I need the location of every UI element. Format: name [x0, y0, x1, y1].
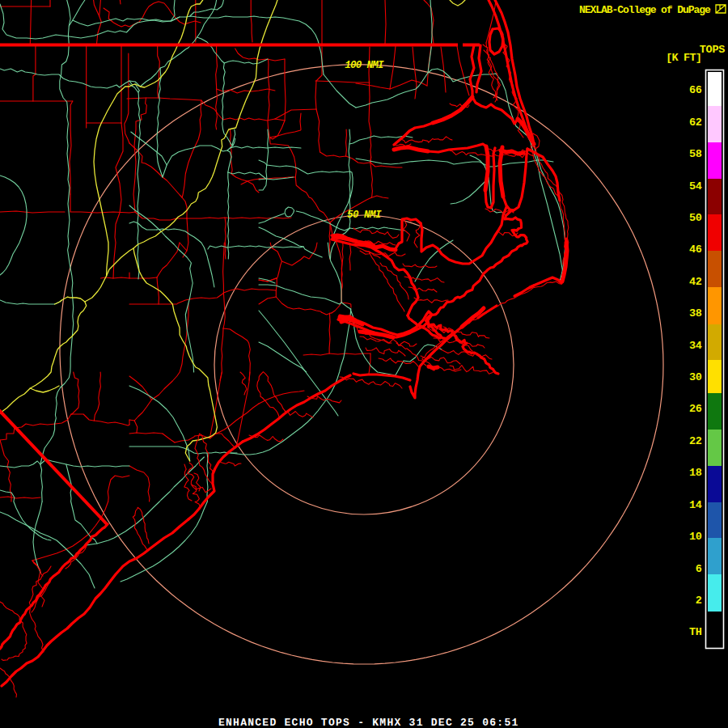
svg-text:6: 6 [696, 563, 702, 575]
svg-text:50 NMI: 50 NMI [347, 210, 382, 221]
svg-text:46: 46 [689, 243, 702, 256]
svg-text:62: 62 [689, 116, 702, 129]
svg-text:34: 34 [689, 340, 702, 352]
svg-text:14: 14 [689, 499, 702, 511]
svg-text:30: 30 [689, 371, 702, 383]
svg-text:10: 10 [689, 531, 702, 543]
svg-text:58: 58 [689, 148, 702, 160]
svg-text:22: 22 [689, 435, 702, 447]
svg-text:66: 66 [689, 84, 702, 96]
svg-text:TOPS: TOPS [700, 44, 725, 56]
svg-text:ENHANCED ECHO TOPS - KMHX 31 D: ENHANCED ECHO TOPS - KMHX 31 DEC 25 06:5… [218, 717, 519, 728]
svg-text:NEXLAB-College of DuPage: NEXLAB-College of DuPage [579, 4, 711, 16]
svg-text:50: 50 [689, 212, 702, 224]
svg-text:[K FT]: [K FT] [666, 52, 701, 64]
svg-text:2: 2 [696, 595, 702, 607]
svg-text:26: 26 [689, 403, 702, 415]
svg-text:38: 38 [689, 307, 702, 320]
svg-text:TH: TH [689, 626, 702, 638]
svg-text:42: 42 [689, 276, 702, 288]
svg-text:18: 18 [689, 467, 702, 479]
svg-text:54: 54 [689, 180, 702, 193]
svg-text:100 NMI: 100 NMI [345, 60, 384, 71]
